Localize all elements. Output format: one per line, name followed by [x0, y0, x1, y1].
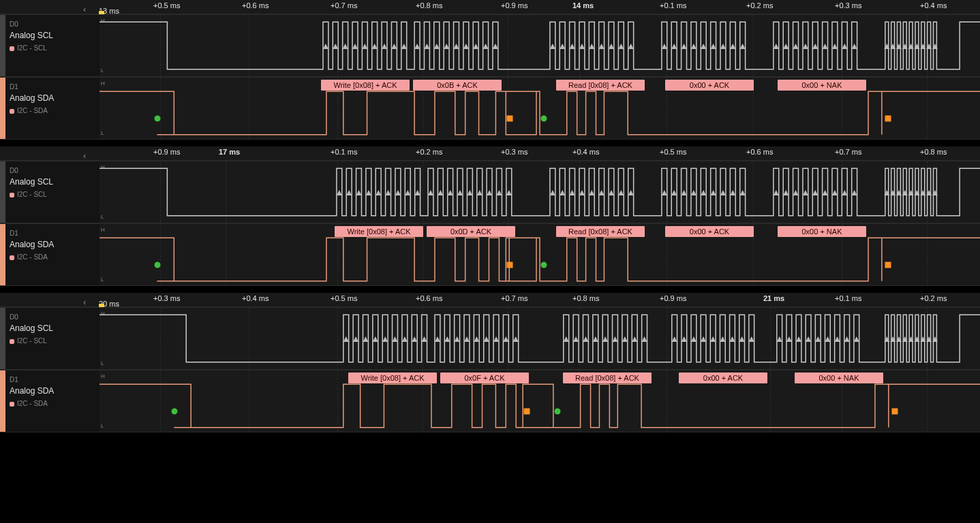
channel-row: D0 Analog SCL I2C - SCLHL	[0, 161, 980, 223]
stop-marker-icon	[524, 409, 530, 415]
channel-color-bar	[0, 224, 5, 285]
time-tick: +0.8 ms	[920, 148, 947, 156]
start-marker-icon	[541, 116, 547, 122]
channel-id: D0	[10, 167, 97, 174]
channel-id: D1	[10, 376, 97, 383]
channel-protocol: I2C - SDA	[10, 107, 97, 114]
channel-name: Analog SDA	[10, 240, 97, 249]
decode-annotation[interactable]: 0x0F + ACK	[440, 373, 529, 383]
channel-protocol-text: I2C - SDA	[17, 253, 48, 261]
channel-id: D0	[10, 313, 97, 321]
decode-annotation[interactable]: 0x00 + NAK	[778, 226, 866, 237]
stop-marker-icon	[507, 262, 513, 268]
start-marker-icon	[155, 262, 161, 268]
time-tick: +0.3 ms	[501, 148, 527, 156]
channel-name: Analog SCL	[10, 323, 97, 333]
decode-annotation[interactable]: Read [0x08] + ACK	[563, 373, 652, 383]
decode-annotation[interactable]: Read [0x08] + ACK	[556, 80, 645, 91]
stop-marker-icon	[892, 409, 898, 415]
time-tick-major: 14 ms	[572, 1, 594, 10]
channel-name: Analog SCL	[10, 177, 97, 187]
channel-row: D0 Analog SCL I2C - SCLHL	[0, 307, 980, 370]
channel-label[interactable]: D0 Analog SCL I2C - SCL	[5, 308, 99, 369]
time-tick: +0.2 ms	[746, 1, 773, 10]
decode-annotation[interactable]: 0x0D + ACK	[427, 226, 515, 237]
decode-annotation[interactable]: Write [0x08] + ACK	[321, 80, 410, 91]
channel-name: Analog SDA	[10, 386, 97, 396]
time-tick: +0.2 ms	[920, 294, 947, 302]
waveform-area[interactable]: HLWrite [0x08] + ACK0x0D + ACKRead [0x08…	[99, 224, 980, 285]
channel-protocol-text: I2C - SCL	[17, 44, 47, 52]
time-tick: +0.4 ms	[572, 148, 599, 156]
decode-annotation[interactable]: 0x00 + NAK	[778, 80, 866, 91]
channel-protocol: I2C - SDA	[10, 253, 97, 261]
protocol-dot-icon	[10, 46, 14, 51]
time-tick: +0.3 ms	[835, 1, 861, 10]
decode-annotation[interactable]: Read [0x08] + ACK	[556, 226, 645, 237]
channel-protocol-text: I2C - SCL	[17, 191, 47, 198]
channel-color-bar	[0, 370, 5, 432]
decode-annotation[interactable]: 0x00 + ACK	[679, 373, 767, 383]
channel-row: D1 Analog SDA I2C - SDAHLWrite [0x08] + …	[0, 77, 980, 140]
time-tick: +0.9 ms	[660, 294, 686, 302]
waveform-area[interactable]: HLWrite [0x08] + ACK0x0F + ACKRead [0x08…	[99, 370, 980, 432]
time-tick: +0.1 ms	[835, 294, 861, 302]
decode-annotation[interactable]: Write [0x08] + ACK	[348, 373, 437, 383]
waveform-svg	[99, 308, 980, 369]
time-ruler[interactable]: ‹20 ms21 ms+0.3 ms+0.4 ms+0.5 ms+0.6 ms+…	[0, 293, 980, 307]
protocol-dot-icon	[10, 255, 14, 260]
time-tick: +0.6 ms	[242, 1, 269, 10]
channel-name: Analog SDA	[10, 93, 97, 103]
time-tick: +0.4 ms	[242, 294, 269, 302]
waveform-area[interactable]: HLWrite [0x08] + ACK0x0B + ACKRead [0x08…	[99, 78, 980, 139]
channel-label[interactable]: D0 Analog SCL I2C - SCL	[5, 15, 99, 76]
channel-protocol-text: I2C - SDA	[17, 107, 48, 114]
stop-marker-icon	[885, 262, 891, 268]
time-ruler[interactable]: ‹13 ms14 ms+0.5 ms+0.6 ms+0.7 ms+0.8 ms+…	[0, 0, 980, 14]
capture-strip: ‹20 ms21 ms+0.3 ms+0.4 ms+0.5 ms+0.6 ms+…	[0, 293, 980, 432]
decode-annotation[interactable]: 0x00 + NAK	[795, 373, 883, 383]
protocol-dot-icon	[10, 339, 14, 344]
channel-label[interactable]: D1 Analog SDA I2C - SDA	[5, 224, 99, 285]
decode-annotation[interactable]: 0x0B + ACK	[413, 80, 502, 91]
stop-marker-icon	[507, 116, 513, 122]
channel-row: D1 Analog SDA I2C - SDAHLWrite [0x08] + …	[0, 370, 980, 432]
time-tick: +0.5 ms	[153, 1, 180, 10]
protocol-dot-icon	[10, 193, 14, 197]
time-tick: +0.6 ms	[416, 294, 442, 302]
time-ruler[interactable]: ‹17 ms+0.9 ms+0.1 ms+0.2 ms+0.3 ms+0.4 m…	[0, 146, 980, 161]
channel-name: Analog SCL	[10, 31, 97, 40]
channel-row: D1 Analog SDA I2C - SDAHLWrite [0x08] + …	[0, 223, 980, 286]
time-tick: +0.1 ms	[331, 148, 357, 156]
time-tick: +0.9 ms	[501, 1, 527, 10]
channel-protocol-text: I2C - SCL	[17, 337, 47, 345]
channel-id: D1	[10, 229, 97, 237]
waveform-svg	[99, 15, 980, 76]
channel-label[interactable]: D1 Analog SDA I2C - SDA	[5, 78, 99, 139]
time-tick: +0.3 ms	[153, 294, 180, 302]
channel-label[interactable]: D1 Analog SDA I2C - SDA	[5, 370, 99, 432]
chevron-left-icon[interactable]: ‹	[83, 4, 86, 14]
decode-annotation[interactable]: Write [0x08] + ACK	[335, 226, 423, 237]
channel-id: D0	[10, 20, 97, 28]
time-tick: +0.7 ms	[331, 1, 357, 10]
waveform-area[interactable]: HL	[99, 161, 980, 223]
protocol-dot-icon	[10, 109, 14, 114]
time-tick: +0.4 ms	[920, 1, 947, 10]
waveform-area[interactable]: HL	[99, 15, 980, 76]
decode-annotation[interactable]: 0x00 + ACK	[665, 80, 754, 91]
decode-annotation[interactable]: 0x00 + ACK	[665, 226, 754, 237]
channel-color-bar	[0, 308, 5, 369]
time-tick: +0.8 ms	[416, 1, 442, 10]
channel-label[interactable]: D0 Analog SCL I2C - SCL	[5, 161, 99, 223]
chevron-left-icon[interactable]: ‹	[83, 297, 86, 307]
channel-color-bar	[0, 15, 5, 76]
time-tick: +0.5 ms	[331, 294, 357, 302]
time-tick: +0.7 ms	[835, 148, 861, 156]
chevron-left-icon[interactable]: ‹	[83, 150, 86, 161]
channel-color-bar	[0, 161, 5, 223]
time-tick: +0.1 ms	[660, 1, 686, 10]
waveform-area[interactable]: HL	[99, 308, 980, 369]
channel-row: D0 Analog SCL I2C - SCLHL	[0, 14, 980, 77]
start-marker-icon	[555, 409, 561, 415]
